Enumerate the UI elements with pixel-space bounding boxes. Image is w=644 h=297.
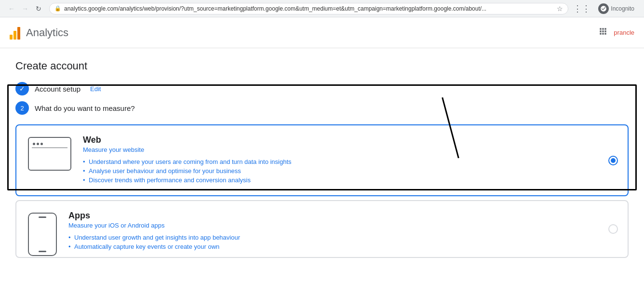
reload-button[interactable]: ↻	[33, 3, 44, 14]
web-card-title: Web	[83, 135, 616, 145]
bar2	[13, 31, 16, 40]
app-title: Analytics	[26, 27, 68, 39]
apps-bullet-2: Automatically capture key events or crea…	[68, 243, 616, 250]
nav-buttons: ← → ↻	[6, 3, 44, 14]
dot1	[33, 143, 35, 145]
apps-card[interactable]: Apps Measure your iOS or Android apps Un…	[15, 200, 629, 258]
apps-bullet-1: Understand user growth and get insights …	[68, 234, 616, 241]
apps-card-content: Apps Measure your iOS or Android apps Un…	[68, 211, 616, 252]
edit-link[interactable]: Edit	[90, 85, 101, 93]
browser-chrome: ← → ↻ 🔒 analytics.google.com/analytics/w…	[0, 0, 644, 17]
apps-card-bullets: Understand user growth and get insights …	[68, 234, 616, 250]
app-logo: Analytics	[10, 26, 68, 40]
apps-card-subtitle: Measure your iOS or Android apps	[68, 222, 616, 229]
apps-card-title: Apps	[68, 211, 616, 221]
bookmark-icon[interactable]: ☆	[557, 5, 563, 13]
cards-area: Web Measure your website Understand wher…	[15, 124, 629, 258]
web-dots	[33, 143, 43, 145]
web-card-bullets: Understand where your users are coming f…	[83, 158, 616, 184]
bar3	[17, 27, 20, 40]
step2-number: 2	[15, 101, 29, 115]
web-icon	[28, 137, 71, 171]
address-bar[interactable]: 🔒 analytics.google.com/analytics/web/pro…	[49, 3, 568, 14]
page-title: Create account	[15, 60, 629, 72]
web-bullet-1: Understand where your users are coming f…	[83, 158, 616, 165]
header-right: prancle	[598, 27, 634, 39]
url-text: analytics.google.com/analytics/web/provi…	[64, 5, 554, 12]
web-bullet-2: Analyse user behaviour and optimise for …	[83, 167, 616, 175]
apps-grid-icon[interactable]: ⋮⋮	[573, 3, 590, 14]
mobile-icon	[28, 213, 57, 256]
step1-check-icon: ✓	[15, 82, 29, 95]
dot2	[37, 143, 39, 145]
apps-radio-button[interactable]	[608, 224, 618, 234]
web-card-subtitle: Measure your website	[83, 146, 616, 153]
step1-label: Account setup	[35, 85, 80, 93]
incognito-icon	[598, 3, 609, 14]
step2-label: What do you want to measure?	[35, 104, 135, 112]
web-radio-button[interactable]	[608, 156, 618, 165]
incognito-label: Incognito	[611, 5, 634, 12]
mobile-notch	[39, 216, 46, 218]
incognito-button[interactable]: Incognito	[594, 2, 638, 15]
step1-item: ✓ Account setup Edit	[15, 82, 629, 95]
forward-button[interactable]: →	[19, 3, 31, 14]
analytics-logo-icon	[10, 26, 20, 40]
bar1	[10, 35, 13, 40]
app-header: Analytics prancle	[0, 17, 644, 48]
main-content: Create account ✓ Account setup Edit 2 Wh…	[0, 48, 644, 273]
lock-icon: 🔒	[54, 5, 61, 12]
web-bullet-3: Discover trends with performance and con…	[83, 176, 616, 184]
mobile-home	[39, 251, 46, 252]
dot3	[40, 143, 43, 145]
web-card[interactable]: Web Measure your website Understand wher…	[15, 124, 629, 196]
web-radio-inner	[611, 158, 616, 163]
back-button[interactable]: ←	[6, 3, 17, 14]
step2-item: 2 What do you want to measure?	[15, 101, 629, 115]
prancle-button[interactable]: prancle	[614, 29, 634, 36]
apps-menu-icon[interactable]	[598, 27, 608, 39]
browser-actions: ⋮⋮ Incognito	[573, 2, 638, 15]
web-card-content: Web Measure your website Understand wher…	[83, 135, 616, 186]
